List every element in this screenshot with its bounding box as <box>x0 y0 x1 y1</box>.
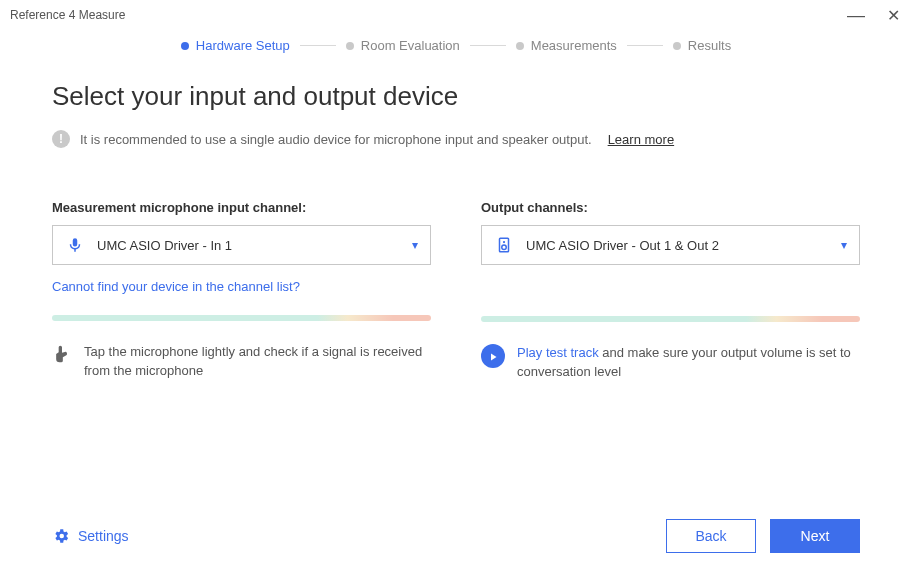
step-connector <box>300 45 336 46</box>
back-button[interactable]: Back <box>666 519 756 553</box>
footer-buttons: Back Next <box>666 519 860 553</box>
input-tip: Tap the microphone lightly and check if … <box>52 343 431 381</box>
chevron-down-icon: ▾ <box>412 238 418 252</box>
step-dot-icon <box>181 42 189 50</box>
step-dot-icon <box>346 42 354 50</box>
back-button-label: Back <box>695 528 726 544</box>
next-button-label: Next <box>801 528 830 544</box>
step-label: Results <box>688 38 731 53</box>
close-icon[interactable]: ✕ <box>887 6 900 25</box>
input-column: Measurement microphone input channel: UM… <box>52 200 431 382</box>
window-controls: — ✕ <box>847 6 900 25</box>
next-button[interactable]: Next <box>770 519 860 553</box>
play-test-track-link[interactable]: Play test track <box>517 345 599 360</box>
svg-point-1 <box>503 241 505 243</box>
output-tip: Play test track and make sure your outpu… <box>481 344 860 382</box>
step-label: Room Evaluation <box>361 38 460 53</box>
output-channel-dropdown[interactable]: UMC ASIO Driver - Out 1 & Out 2 ▾ <box>481 225 860 265</box>
settings-label: Settings <box>78 528 129 544</box>
step-hardware-setup[interactable]: Hardware Setup <box>181 38 290 53</box>
step-dot-icon <box>516 42 524 50</box>
step-results[interactable]: Results <box>673 38 731 53</box>
step-dot-icon <box>673 42 681 50</box>
info-banner: ! It is recommended to use a single audi… <box>52 130 860 148</box>
svg-point-2 <box>502 245 507 250</box>
step-label: Hardware Setup <box>196 38 290 53</box>
speaker-icon <box>494 235 514 255</box>
main-content: Select your input and output device ! It… <box>0 53 912 382</box>
gear-icon <box>52 527 70 545</box>
settings-link[interactable]: Settings <box>52 527 129 545</box>
step-connector <box>627 45 663 46</box>
footer: Settings Back Next <box>0 503 912 575</box>
window-title: Reference 4 Measure <box>10 8 125 22</box>
stepper: Hardware Setup Room Evaluation Measureme… <box>0 38 912 53</box>
input-level-meter <box>52 315 431 321</box>
cannot-find-device-link[interactable]: Cannot find your device in the channel l… <box>52 279 300 294</box>
output-column: Output channels: UMC ASIO Driver - Out 1… <box>481 200 860 382</box>
chevron-down-icon: ▾ <box>841 238 847 252</box>
learn-more-link[interactable]: Learn more <box>608 132 674 147</box>
input-tip-text: Tap the microphone lightly and check if … <box>84 343 431 381</box>
input-selected-value: UMC ASIO Driver - In 1 <box>97 238 400 253</box>
play-icon[interactable] <box>481 344 505 368</box>
output-level-meter <box>481 316 860 322</box>
tap-hand-icon <box>52 343 72 364</box>
step-connector <box>470 45 506 46</box>
titlebar: Reference 4 Measure — ✕ <box>0 0 912 30</box>
step-label: Measurements <box>531 38 617 53</box>
step-measurements[interactable]: Measurements <box>516 38 617 53</box>
minimize-icon[interactable]: — <box>847 11 865 19</box>
input-channel-dropdown[interactable]: UMC ASIO Driver - In 1 ▾ <box>52 225 431 265</box>
step-room-evaluation[interactable]: Room Evaluation <box>346 38 460 53</box>
output-label: Output channels: <box>481 200 860 215</box>
output-selected-value: UMC ASIO Driver - Out 1 & Out 2 <box>526 238 829 253</box>
input-label: Measurement microphone input channel: <box>52 200 431 215</box>
output-tip-text: Play test track and make sure your outpu… <box>517 344 860 382</box>
microphone-icon <box>65 235 85 255</box>
info-text: It is recommended to use a single audio … <box>80 132 592 147</box>
page-title: Select your input and output device <box>52 81 860 112</box>
info-icon: ! <box>52 130 70 148</box>
